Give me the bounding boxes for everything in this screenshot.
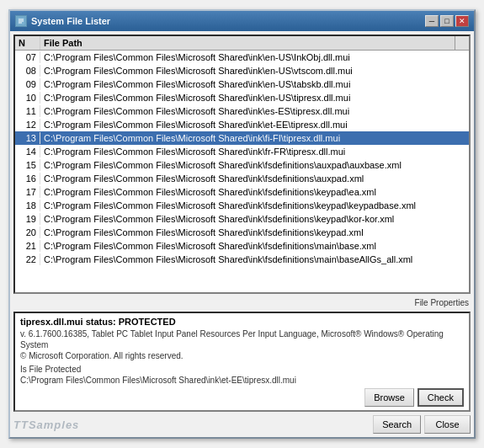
file-list-header: N File Path bbox=[15, 36, 469, 51]
table-row[interactable]: 13C:\Program Files\Common Files\Microsof… bbox=[15, 131, 469, 145]
file-row-number: 18 bbox=[15, 200, 40, 211]
file-row-number: 12 bbox=[15, 119, 40, 131]
maximize-button[interactable]: □ bbox=[440, 15, 454, 27]
file-list-container: N File Path 07C:\Program Files\Common Fi… bbox=[13, 35, 471, 294]
file-row-path: C:\Program Files\Common Files\Microsoft … bbox=[40, 92, 469, 104]
table-row[interactable]: 21C:\Program Files\Common Files\Microsof… bbox=[15, 239, 469, 253]
file-row-number: 10 bbox=[15, 92, 40, 104]
file-row-path: C:\Program Files\Common Files\Microsoft … bbox=[40, 200, 469, 211]
info-protected-path: C:\Program Files\Common Files\Microsoft … bbox=[20, 376, 464, 385]
file-row-path: C:\Program Files\Common Files\Microsoft … bbox=[40, 78, 469, 90]
title-controls: ─ □ ✕ bbox=[425, 15, 469, 27]
window-icon bbox=[15, 15, 27, 27]
table-row[interactable]: 11C:\Program Files\Common Files\Microsof… bbox=[15, 104, 469, 118]
table-row[interactable]: 20C:\Program Files\Common Files\Microsof… bbox=[15, 226, 469, 239]
file-row-path: C:\Program Files\Common Files\Microsoft … bbox=[40, 51, 469, 63]
file-list-body[interactable]: 07C:\Program Files\Common Files\Microsof… bbox=[15, 51, 469, 292]
info-actions: Browse Check bbox=[20, 388, 464, 407]
file-row-path: C:\Program Files\Common Files\Microsoft … bbox=[40, 146, 469, 157]
file-row-number: 08 bbox=[15, 65, 40, 77]
table-row[interactable]: 19C:\Program Files\Common Files\Microsof… bbox=[15, 212, 469, 226]
file-row-path: C:\Program Files\Common Files\Microsoft … bbox=[40, 119, 469, 131]
file-row-path: C:\Program Files\Common Files\Microsoft … bbox=[40, 65, 469, 77]
dll-name: tipresx.dll.mui bbox=[20, 317, 83, 327]
file-row-number: 07 bbox=[15, 51, 40, 63]
file-row-path: C:\Program Files\Common Files\Microsoft … bbox=[40, 105, 469, 117]
file-row-number: 21 bbox=[15, 240, 40, 252]
status-value: PROTECTED bbox=[119, 317, 176, 327]
title-bar: System File Lister ─ □ ✕ bbox=[10, 11, 474, 31]
close-window-button[interactable]: ✕ bbox=[455, 15, 469, 27]
file-row-number: 20 bbox=[15, 227, 40, 238]
table-row[interactable]: 16C:\Program Files\Common Files\Microsof… bbox=[15, 172, 469, 185]
file-row-number: 19 bbox=[15, 213, 40, 225]
file-row-path: C:\Program Files\Common Files\Microsoft … bbox=[40, 253, 469, 265]
browse-button[interactable]: Browse bbox=[364, 388, 414, 407]
file-row-path: C:\Program Files\Common Files\Microsoft … bbox=[40, 213, 469, 225]
file-row-number: 16 bbox=[15, 173, 40, 184]
minimize-button[interactable]: ─ bbox=[425, 15, 439, 27]
info-title: tipresx.dll.mui status: PROTECTED bbox=[20, 317, 464, 327]
info-description: v. 6.1.7600.16385, Tablet PC Tablet Inpu… bbox=[20, 328, 464, 361]
file-lister-icon bbox=[16, 16, 26, 26]
btn-group-right: Search Close bbox=[373, 415, 471, 434]
table-row[interactable]: 07C:\Program Files\Common Files\Microsof… bbox=[15, 51, 469, 64]
file-properties-label: File Properties bbox=[415, 298, 469, 307]
table-row[interactable]: 15C:\Program Files\Common Files\Microsof… bbox=[15, 158, 469, 172]
scrollbar-header-placeholder bbox=[455, 36, 469, 50]
status-label: status: bbox=[83, 317, 119, 327]
file-row-path: C:\Program Files\Common Files\Microsoft … bbox=[40, 186, 469, 198]
file-row-path: C:\Program Files\Common Files\Microsoft … bbox=[40, 132, 469, 144]
column-path-header: File Path bbox=[40, 36, 455, 50]
main-window: System File Lister ─ □ ✕ N File Path 07C… bbox=[8, 9, 476, 439]
close-button[interactable]: Close bbox=[424, 415, 471, 434]
table-row[interactable]: 09C:\Program Files\Common Files\Microsof… bbox=[15, 77, 469, 91]
file-row-path: C:\Program Files\Common Files\Microsoft … bbox=[40, 227, 469, 238]
bottom-buttons: TTSamples Search Close bbox=[13, 415, 471, 434]
column-n-header: N bbox=[15, 36, 40, 50]
table-row[interactable]: 14C:\Program Files\Common Files\Microsof… bbox=[15, 145, 469, 158]
table-row[interactable]: 10C:\Program Files\Common Files\Microsof… bbox=[15, 91, 469, 104]
bottom-bar: File Properties bbox=[13, 297, 471, 308]
info-panel: tipresx.dll.mui status: PROTECTED v. 6.1… bbox=[13, 312, 471, 412]
file-row-path: C:\Program Files\Common Files\Microsoft … bbox=[40, 159, 469, 171]
file-row-number: 17 bbox=[15, 186, 40, 198]
file-row-path: C:\Program Files\Common Files\Microsoft … bbox=[40, 173, 469, 184]
file-row-number: 13 bbox=[15, 132, 40, 144]
main-content: N File Path 07C:\Program Files\Common Fi… bbox=[10, 31, 474, 437]
window-title: System File Lister bbox=[31, 16, 110, 26]
check-button[interactable]: Check bbox=[418, 388, 464, 407]
file-row-path: C:\Program Files\Common Files\Microsoft … bbox=[40, 240, 469, 252]
table-row[interactable]: 18C:\Program Files\Common Files\Microsof… bbox=[15, 199, 469, 212]
table-row[interactable]: 17C:\Program Files\Common Files\Microsof… bbox=[15, 185, 469, 199]
table-row[interactable]: 12C:\Program Files\Common Files\Microsof… bbox=[15, 118, 469, 131]
file-row-number: 14 bbox=[15, 146, 40, 157]
table-row[interactable]: 08C:\Program Files\Common Files\Microsof… bbox=[15, 64, 469, 77]
search-button[interactable]: Search bbox=[373, 415, 421, 434]
file-row-number: 09 bbox=[15, 78, 40, 90]
file-row-number: 11 bbox=[15, 105, 40, 117]
title-bar-left: System File Lister bbox=[15, 15, 110, 27]
table-row[interactable]: 22C:\Program Files\Common Files\Microsof… bbox=[15, 253, 469, 266]
file-row-number: 22 bbox=[15, 253, 40, 265]
info-protected-label: Is File Protected bbox=[20, 365, 464, 374]
watermark: TTSamples bbox=[13, 419, 79, 431]
file-row-number: 15 bbox=[15, 159, 40, 171]
